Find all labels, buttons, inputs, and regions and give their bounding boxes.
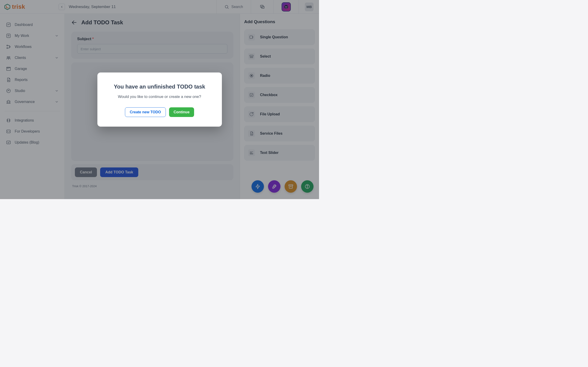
create-new-todo-button[interactable]: Create new TODO: [125, 107, 166, 117]
modal-message: Would you like to continue or create a n…: [107, 94, 212, 99]
modal-overlay[interactable]: You have an unfinished TODO task Would y…: [0, 0, 319, 199]
continue-button[interactable]: Continue: [169, 107, 194, 117]
unfinished-todo-modal: You have an unfinished TODO task Would y…: [97, 73, 222, 127]
modal-title: You have an unfinished TODO task: [107, 83, 212, 90]
